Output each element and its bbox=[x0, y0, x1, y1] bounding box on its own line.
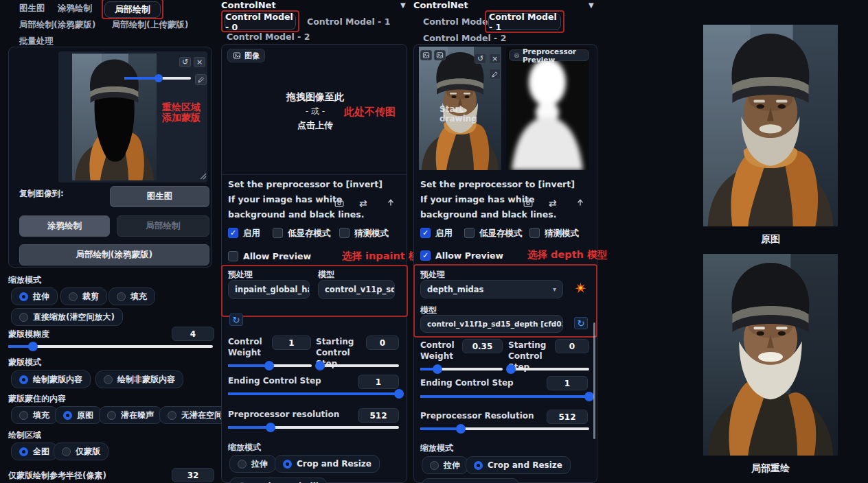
collapse-icon[interactable]: ▼ bbox=[400, 1, 406, 9]
masked-content-latent-nothing-radio[interactable]: 无潜在空间 bbox=[159, 406, 231, 424]
cn1-input-image[interactable]: ↺ × Start drawing bbox=[418, 47, 503, 170]
cn0-image-dropzone[interactable]: 图像 拖拽图像至此 - 或 - 点击上传 此处不传图 bbox=[222, 45, 407, 175]
cn0-enable-checkbox[interactable]: ✓ bbox=[228, 228, 238, 238]
cn1-preprocessor-res-value[interactable]: 512 bbox=[547, 410, 588, 424]
cn1-guess-checkbox[interactable] bbox=[529, 228, 540, 238]
cn1-ending-step-value[interactable]: 1 bbox=[547, 376, 588, 390]
inpaint-result-label: 局部重绘 bbox=[703, 462, 838, 475]
resize-handle-icon[interactable] bbox=[200, 173, 207, 180]
close-icon[interactable]: × bbox=[489, 54, 501, 64]
cn1-control-weight-slider[interactable] bbox=[420, 364, 503, 374]
cn1-preprocessor-res-slider[interactable] bbox=[420, 424, 589, 434]
mask-mode-inpaint-not-masked-radio[interactable]: 绘制非蒙版内容 bbox=[95, 370, 183, 388]
cn0-control-weight-slider[interactable] bbox=[228, 361, 312, 370]
paint-area-only-masked-radio[interactable]: 仅蒙版 bbox=[54, 443, 108, 460]
cn0-resize-crop-radio[interactable]: Crop and Resize bbox=[275, 455, 380, 473]
cn0-preprocessor-dropdown[interactable]: inpaint_global_har▾ bbox=[228, 280, 310, 299]
upload-icon[interactable] bbox=[575, 198, 585, 208]
tab-batch[interactable]: 批量处理 bbox=[19, 36, 54, 47]
cn1-preview-tab[interactable]: Preprocessor Preview bbox=[509, 49, 589, 61]
brush-icon[interactable] bbox=[195, 74, 207, 85]
cn0-control-weight-value[interactable]: 1 bbox=[272, 335, 311, 350]
upload-icon[interactable] bbox=[386, 198, 396, 208]
inpaint-masked-image[interactable] bbox=[72, 54, 157, 180]
brush-size-slider[interactable] bbox=[124, 73, 191, 83]
cn1-enable-checkbox[interactable]: ✓ bbox=[420, 228, 431, 238]
cn0-resize-stretch-radio[interactable]: 拉伸 bbox=[229, 455, 276, 473]
webcam-icon[interactable] bbox=[334, 198, 345, 208]
tab-inpaint-upload[interactable]: 局部绘制(上传蒙版) bbox=[112, 19, 188, 31]
cn1-model-dropdown[interactable]: control_v11f1p_sd15_depth [cfd03158]▾ bbox=[420, 315, 563, 333]
cn0-hint-line1: Set the preprocessor to [invert] bbox=[228, 179, 382, 189]
cn0-model-label: 模型 bbox=[318, 269, 334, 281]
copy-to-sketch-button[interactable]: 涂鸦绘制 bbox=[19, 215, 110, 237]
cn1-starting-step-value[interactable]: 0 bbox=[555, 339, 589, 353]
cn0-refresh-models-icon[interactable]: ↻ bbox=[229, 314, 243, 326]
cn0-ending-step-slider[interactable] bbox=[228, 389, 399, 399]
cn1-control-weight-value[interactable]: 0.35 bbox=[462, 339, 503, 353]
copy-to-img2img-button[interactable]: 图生图 bbox=[110, 186, 209, 207]
mask-blur-value[interactable]: 4 bbox=[172, 327, 214, 341]
controlnet-header-1[interactable]: ControlNet bbox=[413, 0, 468, 10]
masked-content-original-radio[interactable]: 原图 bbox=[55, 406, 102, 424]
resize-fill-radio[interactable]: 填充 bbox=[108, 287, 155, 305]
cn0-resize-fill-radio[interactable]: Resize and Fill bbox=[229, 478, 327, 483]
cn0-image-tab[interactable]: 图像 bbox=[227, 49, 265, 62]
mask-blur-slider[interactable] bbox=[8, 342, 213, 351]
masked-content-fill-radio[interactable]: 填充 bbox=[11, 406, 58, 424]
cn0-starting-step-value[interactable]: 0 bbox=[366, 335, 399, 350]
swap-icon[interactable]: ⇄ bbox=[359, 198, 367, 209]
resize-crop-radio[interactable]: 裁剪 bbox=[60, 287, 107, 305]
cn0-starting-step-slider[interactable] bbox=[316, 361, 399, 370]
radio-dot bbox=[168, 411, 176, 420]
tab-inpaint-selected[interactable]: 局部绘制 bbox=[104, 1, 161, 18]
cn1-lowvram-checkbox[interactable] bbox=[464, 228, 475, 238]
scrollbar[interactable] bbox=[593, 322, 595, 439]
cn1-resize-fill-radio[interactable]: Resize and Fill bbox=[422, 478, 519, 483]
copy-to-inpaint-button[interactable]: 局部绘制 bbox=[117, 215, 209, 237]
cn1-starting-step-slider[interactable] bbox=[507, 364, 589, 374]
brush-icon[interactable] bbox=[489, 69, 501, 80]
inpaint-canvas[interactable]: ↺ × 重绘区域 添加蒙版 bbox=[58, 51, 207, 182]
tab-sketch[interactable]: 涂鸦绘制 bbox=[58, 3, 92, 14]
cn1-allow-preview-checkbox[interactable]: ✓ bbox=[420, 250, 431, 261]
only-masked-padding-value[interactable]: 32 bbox=[172, 468, 214, 482]
cn0-guess-checkbox[interactable] bbox=[339, 228, 350, 238]
tab-inpaint-sketch[interactable]: 局部绘制(涂鸦蒙版) bbox=[19, 19, 95, 31]
undo-icon[interactable]: ↺ bbox=[179, 57, 191, 67]
cn1-resize-stretch-radio[interactable]: 拉伸 bbox=[422, 456, 468, 474]
cn0-preprocessor-res-slider[interactable] bbox=[228, 423, 399, 432]
cn0-tab-model0-selected[interactable]: Control Model - 0 bbox=[225, 13, 296, 30]
tab-img2img[interactable]: 图生图 bbox=[19, 3, 45, 14]
annotation-select-depth-model: 选择 depth 模型 bbox=[527, 248, 607, 261]
resize-stretch-radio[interactable]: 拉伸 bbox=[11, 287, 58, 305]
webcam-icon[interactable] bbox=[523, 198, 534, 208]
image-tab-icon[interactable] bbox=[420, 50, 432, 60]
run-preprocessor-icon[interactable] bbox=[575, 282, 586, 294]
cn1-preprocessor-dropdown[interactable]: depth_midas▾ bbox=[420, 280, 563, 298]
cn1-tab-model1-selected[interactable]: Control Model - 1 bbox=[488, 13, 561, 30]
controlnet-header-0[interactable]: ControlNet bbox=[221, 0, 276, 10]
cn0-allow-preview-checkbox[interactable] bbox=[228, 251, 238, 261]
cn1-resize-crop-radio[interactable]: Crop and Resize bbox=[466, 456, 571, 474]
mask-mode-inpaint-masked-radio[interactable]: 绘制蒙版内容 bbox=[11, 370, 91, 388]
start-drawing-hint: Start drawing bbox=[439, 104, 503, 123]
swap-icon[interactable]: ⇄ bbox=[549, 198, 557, 209]
gallery-tab-icon[interactable] bbox=[434, 50, 446, 60]
cn0-lowvram-checkbox[interactable] bbox=[273, 228, 283, 238]
masked-content-latent-noise-radio[interactable]: 潜在噪声 bbox=[99, 406, 162, 424]
cn0-tab-model1[interactable]: Control Model - 1 bbox=[307, 16, 390, 27]
copy-to-inpaint-sketch-button[interactable]: 局部绘制(涂鸦蒙版) bbox=[19, 244, 209, 266]
resize-latent-radio[interactable]: 直接缩放(潜空间放大) bbox=[11, 308, 123, 326]
cn1-ending-step-slider[interactable] bbox=[420, 392, 589, 401]
cn1-tab-model2[interactable]: Control Model - 2 bbox=[423, 33, 506, 43]
cn0-model-dropdown[interactable]: control_v11p_sd15▾ bbox=[318, 280, 395, 299]
undo-icon[interactable]: ↺ bbox=[475, 54, 486, 64]
cn1-refresh-models-icon[interactable]: ↻ bbox=[574, 317, 588, 329]
cn0-ending-step-value[interactable]: 1 bbox=[358, 375, 399, 389]
close-icon[interactable]: × bbox=[194, 57, 205, 67]
cn0-tab-model2[interactable]: Control Model - 2 bbox=[227, 32, 310, 42]
cn0-preprocessor-res-value[interactable]: 512 bbox=[358, 408, 399, 423]
collapse-icon[interactable]: ▼ bbox=[589, 1, 594, 9]
paint-area-whole-radio[interactable]: 全图 bbox=[11, 443, 58, 460]
